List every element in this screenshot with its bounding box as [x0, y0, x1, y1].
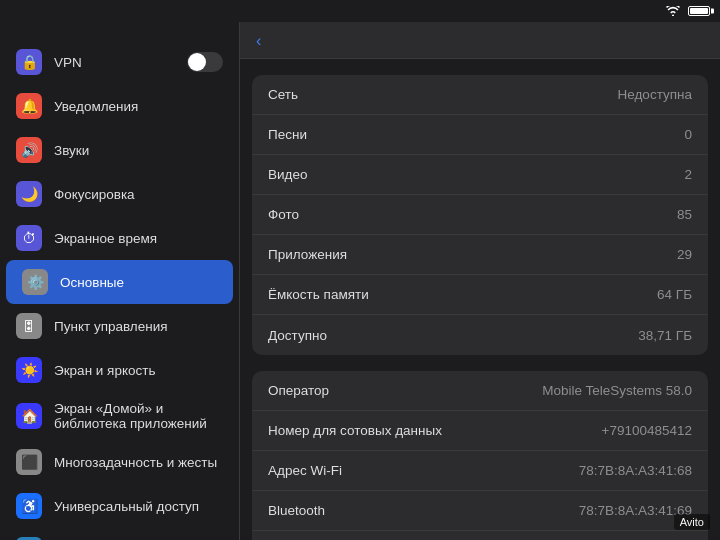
notifications-icon: 🔔 [16, 93, 42, 119]
sidebar-item-notifications[interactable]: 🔔Уведомления [0, 84, 239, 128]
sidebar-item-homescreen[interactable]: 🏠Экран «Домой» и библиотека приложений [0, 392, 239, 440]
wifi-icon [666, 6, 680, 16]
back-chevron-icon: ‹ [256, 32, 261, 50]
focus-icon: 🌙 [16, 181, 42, 207]
control-icon: 🎛 [16, 313, 42, 339]
nav-back[interactable]: ‹ [256, 32, 264, 50]
sidebar-label-homescreen: Экран «Домой» и библиотека приложений [54, 401, 223, 431]
row-value: 78:7B:8A:A3:41:69 [579, 503, 692, 518]
row-label: Фото [268, 207, 299, 222]
sidebar-item-screen-time[interactable]: ⏱Экранное время [0, 216, 239, 260]
screen-time-icon: ⏱ [16, 225, 42, 251]
sidebar-item-general[interactable]: ⚙️Основные [6, 260, 233, 304]
sidebar: 🔒VPN🔔Уведомления🔊Звуки🌙Фокусировка⏱Экран… [0, 22, 240, 540]
row-value: Mobile TeleSystems 58.0 [542, 383, 692, 398]
settings-row: СетьНедоступна [252, 75, 708, 115]
row-label: Видео [268, 167, 307, 182]
battery-icon [688, 6, 710, 16]
settings-row: Видео2 [252, 155, 708, 195]
settings-sections: СетьНедоступнаПесни0Видео2Фото85Приложен… [240, 75, 720, 540]
sidebar-item-sounds[interactable]: 🔊Звуки [0, 128, 239, 172]
sounds-icon: 🔊 [16, 137, 42, 163]
row-value: 64 ГБ [657, 287, 692, 302]
sidebar-label-sounds: Звуки [54, 143, 223, 158]
sidebar-label-focus: Фокусировка [54, 187, 223, 202]
row-value: +79100485412 [602, 423, 692, 438]
sidebar-label-vpn: VPN [54, 55, 175, 70]
sidebar-label-general: Основные [60, 275, 217, 290]
sidebar-item-multitask[interactable]: ⬛Многозадачность и жесты [0, 440, 239, 484]
row-label: Сеть [268, 87, 298, 102]
nav-bar: ‹ [240, 22, 720, 59]
settings-row: ОператорMobile TeleSystems 58.0 [252, 371, 708, 411]
settings-row: Адрес Wi-Fi78:7B:8A:A3:41:68 [252, 451, 708, 491]
vpn-icon: 🔒 [16, 49, 42, 75]
toggle-knob [188, 53, 206, 71]
settings-row: Доступно38,71 ГБ [252, 315, 708, 355]
sidebar-label-control: Пункт управления [54, 319, 223, 334]
settings-row: Приложения29 [252, 235, 708, 275]
display-icon: ☀️ [16, 357, 42, 383]
sidebar-label-display: Экран и яркость [54, 363, 223, 378]
row-label: Номер для сотовых данных [268, 423, 442, 438]
row-label: Адрес Wi-Fi [268, 463, 342, 478]
sidebar-header [0, 22, 239, 40]
settings-row: Bluetooth78:7B:8A:A3:41:69 [252, 491, 708, 531]
multitask-icon: ⬛ [16, 449, 42, 475]
row-label: Bluetooth [268, 503, 325, 518]
sidebar-item-display[interactable]: ☀️Экран и яркость [0, 348, 239, 392]
sidebar-item-vpn[interactable]: 🔒VPN [0, 40, 239, 84]
settings-row: IMEI35 581708 375068 5 [252, 531, 708, 540]
row-label: Доступно [268, 328, 327, 343]
sidebar-label-multitask: Многозадачность и жесты [54, 455, 223, 470]
row-value: 29 [677, 247, 692, 262]
settings-row: Ёмкость памяти64 ГБ [252, 275, 708, 315]
row-label: Ёмкость памяти [268, 287, 369, 302]
row-value: 85 [677, 207, 692, 222]
settings-section-network: ОператорMobile TeleSystems 58.0Номер для… [252, 371, 708, 540]
settings-row: Фото85 [252, 195, 708, 235]
sidebar-item-focus[interactable]: 🌙Фокусировка [0, 172, 239, 216]
row-value: 38,71 ГБ [638, 328, 692, 343]
accessibility-icon: ♿ [16, 493, 42, 519]
status-bar [0, 0, 720, 22]
homescreen-icon: 🏠 [16, 403, 42, 429]
status-right [666, 6, 710, 16]
row-value: 0 [684, 127, 692, 142]
toggle-track [187, 52, 223, 72]
settings-section-stats: СетьНедоступнаПесни0Видео2Фото85Приложен… [252, 75, 708, 355]
sidebar-item-control[interactable]: 🎛Пункт управления [0, 304, 239, 348]
sidebar-item-accessibility[interactable]: ♿Универсальный доступ [0, 484, 239, 528]
sidebar-label-screen-time: Экранное время [54, 231, 223, 246]
row-label: Оператор [268, 383, 329, 398]
row-value: Недоступна [618, 87, 692, 102]
battery-fill [690, 8, 708, 14]
settings-row: Песни0 [252, 115, 708, 155]
row-label: Приложения [268, 247, 347, 262]
sidebar-item-wallpaper[interactable]: 🖼Обои [0, 528, 239, 540]
row-label: Песни [268, 127, 307, 142]
settings-row: Номер для сотовых данных+79100485412 [252, 411, 708, 451]
sidebar-label-accessibility: Универсальный доступ [54, 499, 223, 514]
vpn-toggle[interactable] [187, 52, 223, 72]
row-value: 2 [684, 167, 692, 182]
general-icon: ⚙️ [22, 269, 48, 295]
main-content: 🔒VPN🔔Уведомления🔊Звуки🌙Фокусировка⏱Экран… [0, 22, 720, 540]
sidebar-group: 🔒VPN🔔Уведомления🔊Звуки🌙Фокусировка⏱Экран… [0, 40, 239, 540]
sidebar-label-notifications: Уведомления [54, 99, 223, 114]
row-value: 78:7B:8A:A3:41:68 [579, 463, 692, 478]
right-panel: ‹ СетьНедоступнаПесни0Видео2Фото85Прилож… [240, 22, 720, 540]
